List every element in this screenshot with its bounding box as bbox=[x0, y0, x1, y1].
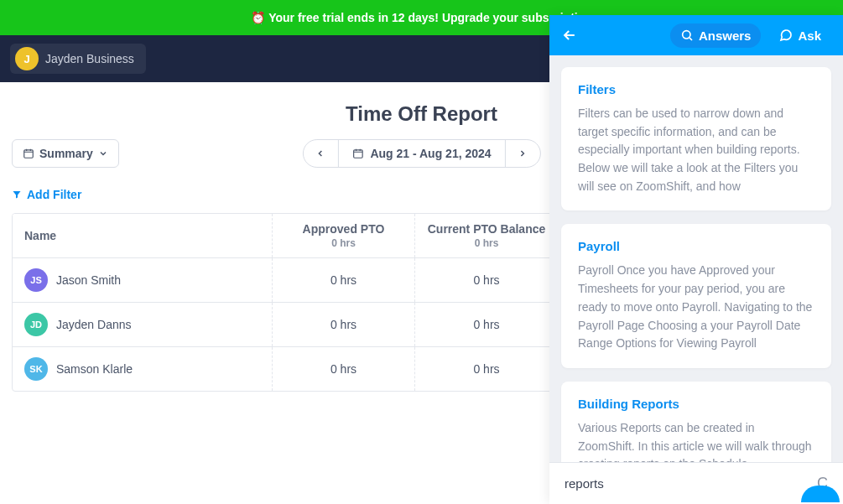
trial-text: Your free trial ends in 12 days! Upgrade… bbox=[268, 11, 592, 24]
balance-value: 0 hrs bbox=[473, 318, 499, 331]
tab-answers[interactable]: Answers bbox=[670, 23, 762, 48]
tab-answers-label: Answers bbox=[699, 29, 752, 43]
pto-value: 0 hrs bbox=[330, 318, 356, 331]
calendar-icon bbox=[351, 148, 363, 159]
business-avatar: J bbox=[15, 47, 39, 70]
employee-avatar: JD bbox=[24, 313, 48, 336]
help-results[interactable]: Filters Filters can be used to narrow do… bbox=[549, 55, 843, 462]
col-header-pto: Approved PTO 0 hrs bbox=[273, 214, 415, 257]
date-range-picker: Aug 21 - Aug 21, 2024 bbox=[302, 139, 540, 168]
help-article-card[interactable]: Building Reports Various Reports can be … bbox=[561, 382, 831, 462]
tab-ask[interactable]: Ask bbox=[769, 23, 831, 48]
back-button[interactable] bbox=[561, 27, 578, 44]
help-article-snippet: Various Reports can be created in ZoomSh… bbox=[578, 419, 814, 462]
pto-value: 0 hrs bbox=[330, 273, 356, 287]
help-drawer: Answers Ask Filters Filters can be used … bbox=[549, 15, 843, 504]
chat-icon bbox=[779, 29, 793, 42]
business-name: Jayden Business bbox=[45, 52, 134, 65]
help-search-input[interactable] bbox=[565, 476, 809, 491]
summary-dropdown[interactable]: Summary bbox=[12, 139, 119, 168]
filter-icon bbox=[12, 190, 22, 200]
chevron-left-icon bbox=[315, 148, 325, 158]
help-article-title: Payroll bbox=[578, 239, 814, 253]
chevron-right-icon bbox=[518, 148, 528, 158]
col-header-balance: Current PTO Balance 0 hrs bbox=[415, 214, 558, 257]
help-article-card[interactable]: Payroll Payroll Once you have Approved y… bbox=[561, 224, 831, 367]
next-period-button[interactable] bbox=[505, 140, 540, 167]
employee-name: Jayden Danns bbox=[56, 318, 132, 331]
help-article-snippet: Payroll Once you have Approved your Time… bbox=[578, 262, 814, 352]
summary-label: Summary bbox=[39, 147, 93, 160]
help-search-bar: C bbox=[549, 462, 843, 504]
svg-rect-2 bbox=[24, 150, 34, 158]
calendar-icon bbox=[23, 148, 34, 159]
add-filter-label: Add Filter bbox=[27, 188, 81, 201]
employee-name: Jason Smith bbox=[56, 273, 121, 287]
tab-ask-label: Ask bbox=[798, 29, 821, 43]
balance-value: 0 hrs bbox=[473, 273, 499, 287]
chevron-down-icon bbox=[98, 148, 108, 158]
help-article-card[interactable]: Filters Filters can be used to narrow do… bbox=[561, 67, 831, 210]
business-switcher[interactable]: J Jayden Business bbox=[10, 44, 146, 74]
employee-avatar: SK bbox=[24, 357, 48, 381]
search-icon bbox=[680, 29, 694, 42]
help-article-title: Building Reports bbox=[578, 397, 814, 411]
pto-value: 0 hrs bbox=[330, 362, 356, 376]
arrow-left-icon bbox=[561, 27, 578, 44]
date-range-label: Aug 21 - Aug 21, 2024 bbox=[370, 147, 491, 160]
employee-avatar: JS bbox=[24, 268, 48, 292]
balance-value: 0 hrs bbox=[473, 362, 499, 376]
alarm-clock-icon: ⏰ bbox=[251, 11, 265, 24]
help-article-title: Filters bbox=[578, 82, 814, 96]
date-range-button[interactable]: Aug 21 - Aug 21, 2024 bbox=[338, 140, 504, 167]
help-article-snippet: Filters can be used to narrow down and t… bbox=[578, 105, 814, 195]
svg-rect-3 bbox=[353, 150, 362, 158]
employee-name: Samson Klarle bbox=[56, 362, 133, 376]
col-header-name: Name bbox=[13, 214, 273, 257]
prev-period-button[interactable] bbox=[303, 140, 338, 167]
svg-point-4 bbox=[683, 31, 690, 39]
help-drawer-header: Answers Ask bbox=[549, 15, 843, 55]
